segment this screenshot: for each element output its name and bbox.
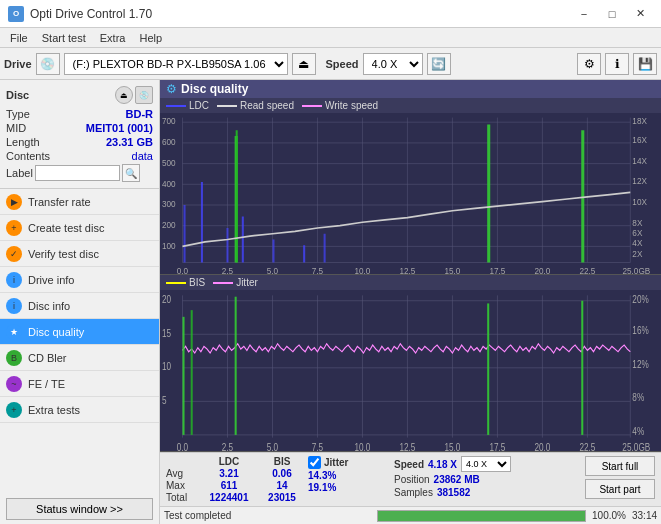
settings-button[interactable]: ⚙ [577, 53, 601, 75]
status-text: Test completed [164, 510, 371, 521]
total-ldc: 1224401 [204, 492, 254, 503]
nav-verify-test-disc-icon: ✓ [6, 246, 22, 262]
stats-bar: LDC BIS Avg 3.21 0.06 Max 611 14 Total 1… [160, 452, 661, 506]
nav-transfer-rate-label: Transfer rate [28, 196, 91, 208]
nav-fe-te[interactable]: ~ FE / TE [0, 371, 159, 397]
menu-file[interactable]: File [4, 31, 34, 45]
nav-fe-te-label: FE / TE [28, 378, 65, 390]
nav-disc-quality[interactable]: ★ Disc quality [0, 319, 159, 345]
window-controls: − □ ✕ [571, 5, 653, 23]
speed-target-select[interactable]: 4.0 X [461, 456, 511, 472]
svg-rect-98 [191, 310, 193, 435]
start-full-button[interactable]: Start full [585, 456, 655, 476]
samples-row: Samples 381582 [394, 487, 511, 498]
legend-write-speed: Write speed [302, 100, 378, 111]
nav-create-test-disc[interactable]: + Create test disc [0, 215, 159, 241]
chart-icon: ⚙ [166, 82, 177, 96]
legend-jitter-color [213, 282, 233, 284]
svg-rect-49 [201, 182, 203, 263]
nav-extra-tests[interactable]: + Extra tests [0, 397, 159, 423]
max-label: Max [166, 480, 196, 491]
svg-rect-56 [236, 130, 238, 262]
svg-text:22.5: 22.5 [579, 266, 595, 274]
avg-label: Avg [166, 468, 196, 479]
disc-contents-value: data [132, 150, 153, 162]
app-icon: O [8, 6, 24, 22]
max-bis: 14 [262, 480, 302, 491]
svg-text:20.0: 20.0 [534, 266, 550, 274]
menu-extra[interactable]: Extra [94, 31, 132, 45]
refresh-button[interactable]: 🔄 [427, 53, 451, 75]
svg-text:8X: 8X [632, 217, 642, 228]
status-window-button[interactable]: Status window >> [6, 498, 153, 520]
nav-disc-quality-icon: ★ [6, 324, 22, 340]
total-label: Total [166, 492, 196, 503]
svg-text:0.0: 0.0 [177, 441, 188, 451]
legend-read-speed-color [217, 105, 237, 107]
svg-rect-57 [487, 125, 490, 263]
max-ldc: 611 [204, 480, 254, 491]
top-chart-legend: LDC Read speed Write speed [160, 98, 661, 113]
disc-label-search-btn[interactable]: 🔍 [122, 164, 140, 182]
bottom-chart-container: BIS Jitter 20 15 10 5 [160, 275, 661, 452]
svg-text:12X: 12X [632, 176, 647, 187]
nav-items: ▶ Transfer rate + Create test disc ✓ Ver… [0, 189, 159, 494]
chart-header: ⚙ Disc quality [160, 80, 661, 98]
nav-cd-bler[interactable]: B CD Bler [0, 345, 159, 371]
legend-write-speed-color [302, 105, 322, 107]
drive-icon-btn[interactable]: 💿 [36, 53, 60, 75]
svg-text:2.5: 2.5 [222, 441, 233, 451]
svg-text:25.0: 25.0 [622, 441, 638, 451]
info-button[interactable]: ℹ [605, 53, 629, 75]
svg-rect-100 [487, 303, 489, 434]
nav-cd-bler-label: CD Bler [28, 352, 67, 364]
svg-text:500: 500 [162, 157, 176, 168]
eject-button[interactable]: ⏏ [292, 53, 316, 75]
nav-disc-info-label: Disc info [28, 300, 70, 312]
disc-type-label: Type [6, 108, 30, 120]
nav-extra-tests-icon: + [6, 402, 22, 418]
disc-mid-value: MEIT01 (001) [86, 122, 153, 134]
svg-text:4X: 4X [632, 238, 642, 249]
save-button[interactable]: 💾 [633, 53, 657, 75]
svg-text:20: 20 [162, 293, 171, 305]
svg-text:5.0: 5.0 [267, 266, 279, 274]
svg-text:10X: 10X [632, 197, 647, 208]
svg-text:100: 100 [162, 240, 176, 251]
disc-label-input[interactable] [35, 165, 120, 181]
svg-rect-101 [581, 301, 583, 435]
disc-eject-icon[interactable]: ⏏ [115, 86, 133, 104]
progress-bar-container: Test completed 100.0% 33:14 [160, 506, 661, 524]
start-part-button[interactable]: Start part [585, 479, 655, 499]
nav-transfer-rate[interactable]: ▶ Transfer rate [0, 189, 159, 215]
maximize-button[interactable]: □ [599, 5, 625, 23]
bis-header: BIS [262, 456, 302, 467]
svg-text:2.5: 2.5 [222, 266, 234, 274]
disc-contents-row: Contents data [6, 150, 153, 162]
jitter-checkbox[interactable] [308, 456, 321, 469]
jitter-section: Jitter 14.3% 19.1% [308, 456, 388, 493]
menu-start-test[interactable]: Start test [36, 31, 92, 45]
nav-cd-bler-icon: B [6, 350, 22, 366]
svg-rect-97 [182, 317, 184, 435]
nav-disc-info[interactable]: i Disc info [0, 293, 159, 319]
sidebar: Disc ⏏ 💿 Type BD-R MID MEIT01 (001) Leng… [0, 80, 160, 524]
drive-select[interactable]: (F:) PLEXTOR BD-R PX-LB950SA 1.06 [64, 53, 288, 75]
menu-help[interactable]: Help [133, 31, 168, 45]
svg-text:GB: GB [639, 266, 651, 274]
svg-text:10: 10 [162, 360, 171, 372]
nav-drive-info[interactable]: i Drive info [0, 267, 159, 293]
speed-select[interactable]: 4.0 X [363, 53, 423, 75]
nav-drive-info-label: Drive info [28, 274, 74, 286]
svg-text:0.0: 0.0 [177, 266, 189, 274]
jitter-header: Jitter [324, 457, 348, 468]
bottom-chart-area: 20 15 10 5 [160, 290, 661, 452]
nav-verify-test-disc[interactable]: ✓ Verify test disc [0, 241, 159, 267]
minimize-button[interactable]: − [571, 5, 597, 23]
legend-bis-label: BIS [189, 277, 205, 288]
samples-value: 381582 [437, 487, 470, 498]
close-button[interactable]: ✕ [627, 5, 653, 23]
elapsed-time: 33:14 [632, 510, 657, 521]
position-value: 23862 MB [434, 474, 480, 485]
svg-text:400: 400 [162, 178, 176, 189]
